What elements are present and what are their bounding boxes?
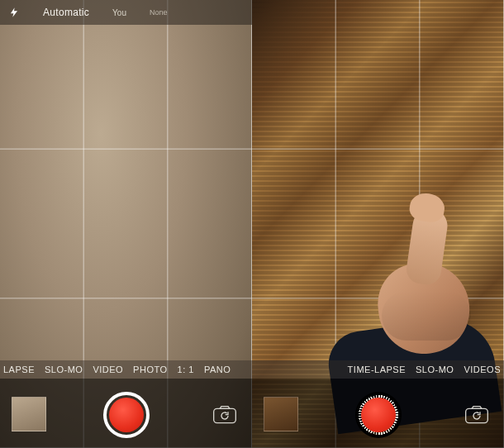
hdr-mode-label[interactable]: Automatic	[43, 7, 89, 18]
mode-selector[interactable]: TIME-LAPSE SLO-MO VIDEOS	[252, 360, 504, 379]
shutter-button-recording[interactable]	[355, 392, 402, 438]
hdr-sub-label-1[interactable]: You	[112, 8, 126, 17]
mode-option[interactable]: VIDEO	[93, 365, 123, 374]
switch-camera-button[interactable]	[463, 402, 491, 427]
left-screen: Automatic You None LAPSE SLO-MO VIDEO PH…	[0, 0, 252, 448]
mode-option[interactable]: PANO	[204, 365, 231, 374]
mode-option[interactable]: LAPSE	[3, 365, 35, 374]
svg-rect-0	[214, 408, 236, 422]
shutter-button[interactable]	[103, 392, 150, 438]
right-screen: TIME-LAPSE SLO-MO VIDEOS	[252, 0, 504, 448]
shutter-indicator	[109, 398, 144, 432]
flash-icon[interactable]	[8, 4, 20, 21]
mode-option[interactable]: SLO-MO	[45, 365, 83, 374]
switch-camera-button[interactable]	[211, 402, 239, 427]
camera-bottom-bar	[0, 379, 252, 448]
mode-option[interactable]: TIME-LAPSE	[348, 365, 406, 374]
camera-bottom-bar	[252, 379, 504, 448]
svg-rect-1	[466, 408, 488, 422]
mode-option[interactable]: PHOTO	[133, 365, 167, 374]
thumbs-up-icon	[330, 175, 479, 390]
camera-top-bar: Automatic You None	[0, 0, 252, 25]
mode-selector[interactable]: LAPSE SLO-MO VIDEO PHOTO 1: 1 PANO	[0, 360, 252, 379]
hdr-sub-label-2[interactable]: None	[150, 8, 168, 17]
last-photo-thumbnail[interactable]	[264, 397, 298, 431]
shutter-indicator	[361, 398, 396, 432]
camera-side-by-side: Automatic You None LAPSE SLO-MO VIDEO PH…	[0, 0, 504, 448]
mode-option[interactable]: SLO-MO	[416, 365, 454, 374]
last-photo-thumbnail[interactable]	[12, 397, 46, 431]
mode-option[interactable]: VIDEOS	[464, 365, 501, 374]
mode-option[interactable]: 1: 1	[178, 365, 194, 374]
